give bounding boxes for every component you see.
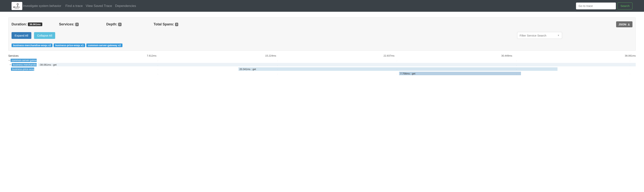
service-tag[interactable]: business-price-woqu x1 [54,44,85,47]
navbar: ZIPKIN Investigate system behavior Find … [0,0,644,12]
nav-find-trace[interactable]: Find a trace [65,4,83,8]
span-service-label: business-merchandise-woqu [12,63,37,66]
span-bar: -38.061ms : get [38,63,636,66]
trace-summary-panel: Duration: 38.061ms Services: 3 Depth: 3 … [8,17,636,51]
svg-point-0 [17,4,18,5]
svg-text:ZIPKIN: ZIPKIN [15,8,19,9]
services-badge: 3 [75,23,79,26]
service-tag[interactable]: business-merchandise-woqu x2 [12,44,52,47]
time-marker: 7.612ms [147,54,156,57]
services-stat: Services: 3 [59,22,106,26]
service-tag[interactable]: common-server-gateway x2 [86,44,122,47]
depth-stat: Depth: 3 [106,22,154,26]
json-download-button[interactable]: JSON [616,21,632,27]
goto-trace-input[interactable] [576,3,616,10]
collapse-all-button[interactable]: Collapse All [34,32,55,39]
services-column-header: Services [8,54,38,57]
zipkin-logo[interactable]: ZIPKIN [12,2,22,10]
span-row[interactable]: − common-server-gateway . . . . . . [8,58,636,63]
depth-badge: 3 [118,23,122,26]
download-icon [628,23,630,26]
collapse-toggle-icon[interactable]: − [8,59,10,62]
brand-tagline: Investigate system behavior [23,4,61,8]
time-markers: 7.612ms 15.224ms 22.837ms 30.449ms 38.06… [38,54,636,57]
collapse-toggle-icon[interactable]: − [10,63,11,66]
span-row[interactable]: − business-merchandise-woqu -38.061ms : … [8,63,636,67]
time-marker: 30.449ms [501,54,512,57]
duration-stat: Duration: 38.061ms [12,22,59,26]
span-service-label: business-price-woqu [11,68,34,71]
svg-rect-4 [628,25,630,25]
chevron-down-icon: ▼ [557,34,560,37]
logo-icon: ZIPKIN [13,3,21,9]
span-row[interactable]: 7.756ms : get . . . . . . [8,71,636,76]
time-marker: 15.224ms [265,54,276,57]
timeline: Services 7.612ms 15.224ms 22.837ms 30.44… [8,54,636,76]
nav-view-saved[interactable]: View Saved Trace [86,4,112,8]
search-button[interactable]: Search [618,3,632,10]
span-service-label: common-server-gateway [10,59,37,62]
duration-badge: 38.061ms [28,23,42,26]
nav-dependencies[interactable]: Dependencies [115,4,136,8]
spans-badge: 3 [175,23,178,26]
expand-all-button[interactable]: Expand All [12,32,31,39]
filter-service-select[interactable]: Filter Service Search ▼ [517,32,562,39]
service-tags: business-merchandise-woqu x2 business-pr… [12,44,632,47]
span-bar: 7.756ms : get [399,72,521,75]
time-marker: 22.837ms [384,54,394,57]
span-bar: 20.341ms : get [238,67,558,71]
spans-stat: Total Spans: 3 [154,22,616,26]
time-marker: 38.061ms [625,54,636,57]
span-row[interactable]: business-price-woqu 20.341ms : get . . .… [8,67,636,71]
